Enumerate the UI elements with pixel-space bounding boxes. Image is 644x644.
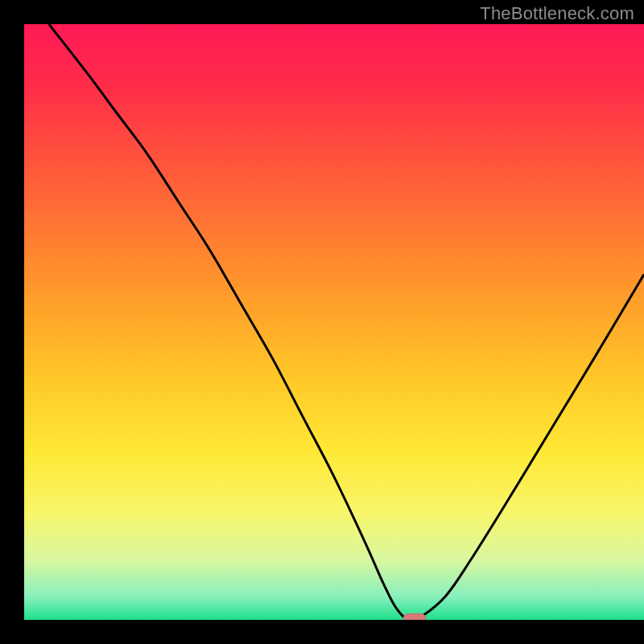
bottleneck-chart bbox=[0, 0, 644, 644]
watermark-text: TheBottleneck.com bbox=[480, 3, 634, 24]
chart-container: TheBottleneck.com bbox=[0, 0, 644, 644]
frame-left bbox=[0, 0, 24, 644]
frame-bottom bbox=[0, 620, 644, 644]
